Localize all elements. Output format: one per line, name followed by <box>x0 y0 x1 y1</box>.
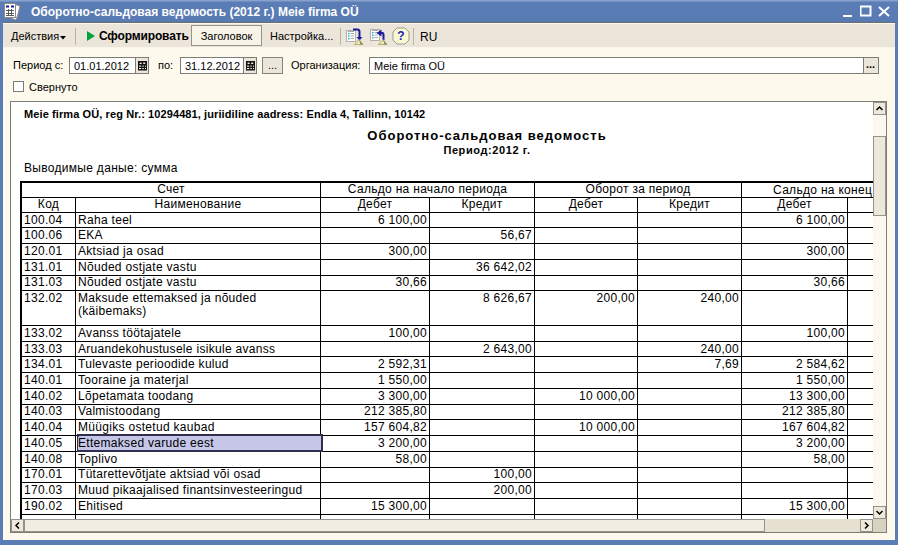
svg-text:?: ? <box>397 29 404 43</box>
